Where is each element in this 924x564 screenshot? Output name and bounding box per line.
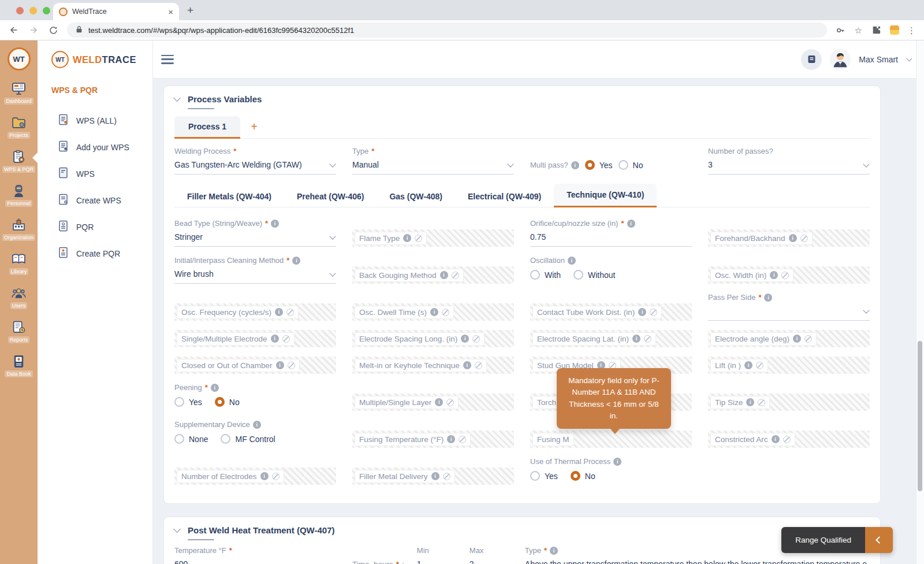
notebook-button[interactable] (801, 49, 822, 70)
sidebar-item-dashboard[interactable]: Dashboard (0, 79, 38, 108)
radio-oscillation-without[interactable]: Without (573, 270, 615, 280)
info-icon[interactable] (550, 547, 558, 555)
window-controls[interactable] (16, 7, 50, 14)
minimize-window-button[interactable] (29, 7, 37, 14)
key-icon[interactable] (835, 24, 847, 36)
menu-icon[interactable] (161, 55, 174, 64)
info-icon[interactable] (271, 220, 279, 228)
info-icon[interactable] (772, 435, 780, 443)
info-icon[interactable] (627, 220, 635, 228)
info-icon[interactable] (430, 308, 438, 316)
info-icon[interactable] (275, 308, 283, 316)
close-window-button[interactable] (16, 7, 24, 14)
sidebar-item-pqr[interactable]: PQR (58, 214, 152, 240)
sidebar-item-add-your-wps[interactable]: Add your WPS (58, 134, 152, 161)
tab-electrical[interactable]: Electrical (QW-409) (455, 185, 554, 207)
colored-extension-icon[interactable] (890, 25, 899, 35)
info-icon[interactable] (461, 335, 469, 343)
radio-thermal-no[interactable]: No (571, 471, 595, 481)
info-icon[interactable] (447, 435, 455, 443)
type-select[interactable]: Manual (352, 157, 514, 175)
info-icon[interactable] (440, 271, 448, 279)
info-icon[interactable] (770, 271, 778, 279)
info-icon[interactable] (276, 361, 284, 369)
radio-peening-no[interactable]: No (215, 397, 240, 407)
orifice-size-input[interactable]: 0.75 (530, 229, 692, 247)
radio-multi-pass-no[interactable]: No (619, 160, 643, 170)
user-name[interactable]: Max Smart (859, 55, 898, 64)
sidebar-item-personnel[interactable]: Personnel (0, 181, 38, 210)
forward-icon[interactable] (28, 24, 39, 36)
info-icon[interactable] (260, 472, 269, 480)
info-icon[interactable] (568, 257, 576, 265)
url-text[interactable]: test.weldtrace.com/#/wps&pqr/wps-applica… (88, 26, 354, 35)
browser-menu-icon[interactable]: ⋮ (907, 26, 916, 35)
tab-preheat[interactable]: Preheat (QW-406) (284, 185, 377, 207)
sidebar-item-wps-all[interactable]: WPS (ALL) (58, 107, 152, 134)
info-icon[interactable] (632, 335, 640, 343)
info-icon[interactable] (435, 398, 443, 406)
range-qualified-label[interactable]: Range Qualified (781, 527, 865, 553)
sidebar-item-wps-pqr[interactable]: WPS & PQR (0, 147, 38, 176)
sidebar-item-library[interactable]: Library (0, 249, 38, 279)
tab-filler-metals[interactable]: Filler Metals (QW-404) (174, 185, 284, 207)
zoom-window-button[interactable] (43, 7, 50, 14)
radio-peening-yes[interactable]: Yes (174, 397, 202, 407)
info-icon[interactable] (403, 234, 411, 242)
address-bar[interactable]: test.weldtrace.com/#/wps&pqr/wps-applica… (67, 23, 827, 38)
back-icon[interactable] (8, 24, 20, 36)
info-icon[interactable] (431, 472, 439, 480)
info-icon[interactable] (793, 335, 801, 343)
collapse-icon[interactable] (173, 525, 181, 533)
page-scrollbar-thumb[interactable] (918, 341, 922, 491)
collapse-icon[interactable] (173, 94, 181, 102)
time-min-input[interactable]: 1 (417, 556, 460, 564)
tab-process-1[interactable]: Process 1 (174, 116, 240, 139)
sidebar-item-organization[interactable]: Organization (0, 215, 38, 244)
page-scrollbar-track[interactable] (916, 40, 924, 564)
avatar[interactable] (830, 49, 851, 70)
time-max-input[interactable]: 2 (470, 556, 512, 564)
sidebar-item-create-pqr[interactable]: Create PQR (58, 240, 152, 267)
star-icon[interactable]: ☆ (855, 26, 862, 35)
info-icon[interactable] (613, 458, 621, 466)
tab-technique[interactable]: Technique (QW-410) (554, 184, 657, 207)
sidebar-item-wps[interactable]: WPS (58, 161, 152, 187)
browser-tab[interactable]: WeldTrace × (53, 3, 179, 20)
tab-gas[interactable]: Gas (QW-408) (377, 185, 455, 207)
chevron-down-icon[interactable] (907, 55, 912, 61)
sidebar-item-reports[interactable]: Reports (0, 317, 38, 347)
info-icon[interactable] (463, 361, 471, 369)
info-icon[interactable] (271, 335, 279, 343)
info-icon[interactable] (789, 234, 797, 242)
info-icon[interactable] (746, 398, 754, 406)
info-icon[interactable] (292, 257, 300, 265)
info-icon[interactable] (211, 384, 219, 392)
info-icon[interactable] (253, 421, 261, 429)
close-icon[interactable]: × (168, 8, 173, 16)
radio-supplementary-mf-control[interactable]: MF Control (221, 434, 275, 444)
info-icon[interactable] (571, 161, 579, 169)
extensions-icon[interactable] (870, 24, 882, 36)
sidebar-item-users[interactable]: Users (0, 283, 38, 313)
new-tab-button[interactable]: + (187, 3, 193, 18)
range-qualified-button[interactable]: Range Qualified (781, 527, 893, 553)
reload-icon[interactable] (47, 24, 59, 36)
radio-multi-pass-yes[interactable]: Yes (585, 160, 613, 170)
info-icon[interactable] (744, 361, 752, 369)
pass-per-side-select[interactable] (708, 303, 870, 321)
chevron-left-icon[interactable] (865, 527, 893, 553)
add-process-icon[interactable]: + (251, 120, 258, 138)
lock-icon[interactable] (75, 25, 83, 36)
sidebar-item-projects[interactable]: Projects (0, 113, 38, 142)
bead-type-select[interactable]: Stringer (174, 229, 336, 247)
pwht-type-input[interactable]: Above the upper transformation temperatu… (525, 556, 870, 564)
sidebar-item-create-wps[interactable]: Create WPS (58, 187, 152, 214)
temperature-input[interactable]: 600 (174, 556, 306, 564)
info-icon[interactable] (764, 294, 772, 302)
radio-thermal-yes[interactable]: Yes (530, 471, 558, 481)
number-of-passes-select[interactable]: 3 (708, 157, 870, 175)
cleaning-method-select[interactable]: Wire brush (174, 266, 336, 284)
radio-oscillation-with[interactable]: With (530, 270, 561, 280)
info-icon[interactable] (638, 308, 646, 316)
